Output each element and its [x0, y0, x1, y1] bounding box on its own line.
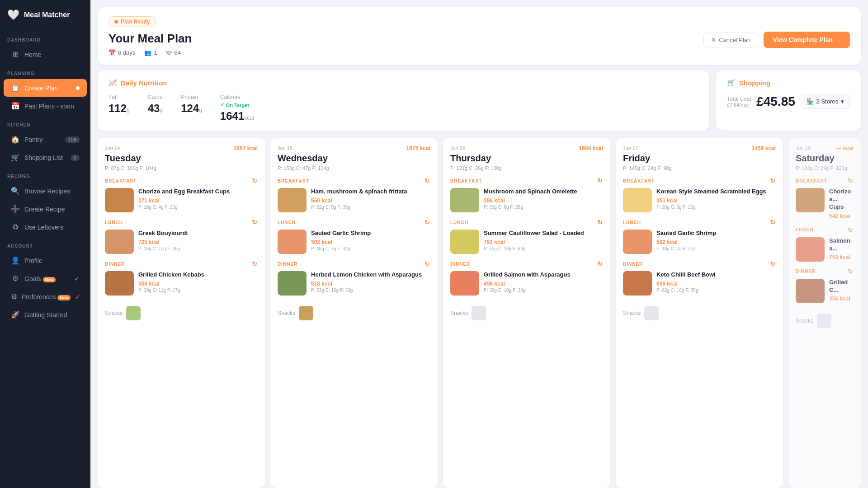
sidebar-item-home[interactable]: ⊞Home	[4, 46, 87, 63]
day-header-3: Jan 171459 kcal	[623, 145, 776, 151]
check-icon: ✓	[74, 275, 80, 282]
home-icon: ⊞	[11, 50, 20, 59]
refresh-icon-2-2[interactable]: ↻	[597, 260, 603, 267]
meal-section-3-0: BREAKFAST↻ Korean Style Steamed Scramble…	[623, 177, 776, 212]
sidebar-item-create-plan[interactable]: 📋Create Plan	[4, 79, 87, 97]
meal-kcal-0-0: 271 kcal	[138, 197, 258, 204]
shopping-title: 🛒 Shopping	[727, 79, 850, 87]
sidebar-section-recipes: RECIPES	[0, 167, 90, 182]
meal-item-0-0[interactable]: Chorizo and Egg Breakfast Cups 271 kcal …	[105, 188, 258, 212]
day-kcal-2: 1684 kcal	[579, 145, 603, 151]
meal-section-3-2: DINNER↻ Keto Chilli Beef Bowl 606 kcal P…	[623, 260, 776, 296]
meal-item-0-1[interactable]: Greek Bouyiourdi 725 kcal P: 26g C: 10g …	[105, 230, 258, 254]
day-card-1: Jan 151675 kcalWednesdayP: 153g C: 47g F…	[270, 138, 438, 488]
refresh-icon-2-1[interactable]: ↻	[597, 219, 603, 226]
logo-area: 🤍 Meal Matcher	[0, 0, 90, 30]
meal-macros-0-0: P: 18g C: 4g F: 20g	[138, 205, 258, 210]
meal-item-1-0[interactable]: Ham, mushroom & spinach frittata 560 kca…	[278, 188, 430, 212]
meal-kcal-4-0: 542 kcal	[829, 213, 854, 219]
snacks-row-4: Snacks	[796, 310, 854, 328]
meal-item-0-2[interactable]: Grilled Chicken Kebabs 356 kcal P: 39g C…	[105, 271, 258, 296]
meal-info-0-0: Chorizo and Egg Breakfast Cups 271 kcal …	[138, 188, 258, 210]
sidebar-item-pantry[interactable]: 🏠Pantry108	[4, 131, 87, 148]
meal-macros-3-1: P: 48g C: 7g F: 32g	[656, 246, 776, 251]
meal-kcal-2-0: 396 kcal	[484, 197, 603, 204]
meal-section-0-1: LUNCH↻ Greek Bouyiourdi 725 kcal P: 26g …	[105, 219, 258, 254]
store-icon: 🏪	[807, 98, 814, 105]
meal-info-1-1: Sauted Garlic Shrimp 502 kcal P: 48g C: …	[311, 230, 430, 251]
view-plan-button[interactable]: View Complete Plan →	[764, 32, 850, 48]
snacks-label-0: Snacks	[105, 310, 123, 316]
refresh-icon-4-2[interactable]: ↻	[848, 268, 854, 275]
meal-item-4-0[interactable]: Chorizo a... Cups 542 kcal	[796, 188, 854, 220]
shopping-body: Total Cost £7.64/day £45.85 🏪 2 Stores ▾	[727, 94, 850, 109]
sidebar-section-account: ACCOUNT	[0, 236, 90, 251]
meta-persons: 👥 1	[144, 49, 157, 56]
meal-thumb-3-0	[623, 188, 652, 212]
refresh-icon-0-1[interactable]: ↻	[252, 219, 258, 226]
refresh-icon-2-0[interactable]: ↻	[597, 177, 603, 184]
sidebar-item-create-recipe[interactable]: ➕Create Recipe	[4, 200, 87, 218]
meal-item-3-2[interactable]: Keto Chilli Beef Bowl 606 kcal P: 62g C:…	[623, 271, 776, 296]
day-card-2: Jan 161684 kcalThursdayP: 121g C: 26g F:…	[443, 138, 610, 488]
meal-item-3-0[interactable]: Korean Style Steamed Scrambled Eggs 351 …	[623, 188, 776, 212]
refresh-icon-0-0[interactable]: ↻	[252, 177, 258, 184]
meal-section-4-0: BREAKFAST↻ Chorizo a... Cups 542 kcal	[796, 177, 854, 220]
refresh-icon-3-1[interactable]: ↻	[770, 219, 776, 226]
stores-button[interactable]: 🏪 2 Stores ▾	[801, 94, 850, 109]
snack-thumb-1	[299, 306, 313, 320]
day-date-3: Jan 17	[623, 145, 638, 150]
sidebar-section-kitchen: KITCHEN	[0, 115, 90, 130]
meal-thumb-4-0	[796, 188, 825, 212]
snacks-row-1: Snacks	[278, 302, 430, 320]
meal-item-3-1[interactable]: Sauted Garlic Shrimp 502 kcal P: 48g C: …	[623, 230, 776, 254]
meal-thumb-2-0	[450, 188, 479, 212]
sidebar-item-browse-recipes[interactable]: 🔍Browse Recipes	[4, 182, 87, 200]
cancel-plan-button[interactable]: ✕ Cancel Plan	[703, 33, 758, 47]
meal-thumb-1-1	[278, 230, 307, 254]
sidebar-item-use-leftovers[interactable]: ♻Use Leftovers	[4, 218, 87, 236]
sidebar-item-goals[interactable]: ⚙GoalsNew✓	[4, 270, 87, 287]
meal-item-4-1[interactable]: Salmon a... 753 kcal	[796, 237, 854, 262]
meal-item-1-2[interactable]: Herbed Lemon Chicken with Asparagus 518 …	[278, 271, 430, 296]
sidebar-item-preferences[interactable]: ⚙PreferencesNew✓	[4, 288, 87, 305]
sidebar-item-label-browse-recipes: Browse Recipes	[24, 188, 70, 195]
refresh-icon-4-0[interactable]: ↻	[848, 177, 854, 184]
meal-item-2-0[interactable]: Mushroom and Spinach Omelette 396 kcal P…	[450, 188, 603, 212]
meal-item-2-2[interactable]: Grilled Salmon with Asparagus 496 kcal P…	[450, 271, 603, 296]
meal-name-2-0: Mushroom and Spinach Omelette	[484, 188, 603, 196]
meal-thumb-4-1	[796, 237, 825, 262]
day-card-0: Jan 141667 kcalTuesdayP: 87g C: 106g F: …	[98, 138, 265, 488]
refresh-icon-1-1[interactable]: ↻	[425, 219, 430, 226]
cancel-label: Cancel Plan	[719, 37, 750, 43]
refresh-icon-0-2[interactable]: ↻	[252, 260, 258, 267]
pantry-icon: 🏠	[11, 135, 20, 144]
meal-section-1-1: LUNCH↻ Sauted Garlic Shrimp 502 kcal P: …	[278, 219, 430, 254]
refresh-icon-4-1[interactable]: ↻	[848, 226, 854, 234]
meal-item-2-1[interactable]: Summer Cauliflower Salad - Loaded 791 kc…	[450, 230, 603, 254]
meal-label-3-2: DINNER↻	[623, 260, 776, 267]
goals-icon: ⚙	[11, 274, 20, 283]
sidebar: 🤍 Meal Matcher DASHBOARD⊞HomePLANNING📋Cr…	[0, 0, 90, 488]
sidebar-item-label-shopping-list: Shopping List	[24, 154, 63, 161]
meal-item-1-1[interactable]: Sauted Garlic Shrimp 502 kcal P: 48g C: …	[278, 230, 430, 254]
meal-info-1-2: Herbed Lemon Chicken with Asparagus 518 …	[311, 271, 430, 293]
day-kcal-0: 1667 kcal	[234, 145, 258, 151]
snacks-label-2: Snacks	[450, 310, 468, 316]
sidebar-item-getting-started[interactable]: 🚀Getting Started	[4, 306, 87, 324]
refresh-icon-1-2[interactable]: ↻	[425, 260, 430, 267]
create-plan-icon: 📋	[11, 84, 20, 92]
refresh-icon-1-0[interactable]: ↻	[425, 177, 430, 184]
meal-kcal-0-2: 356 kcal	[138, 281, 258, 287]
meal-name-0-2: Grilled Chicken Kebabs	[138, 271, 258, 279]
meal-item-4-2[interactable]: Grilled C... 356 kcal	[796, 279, 854, 303]
sidebar-item-past-plans[interactable]: 📅Past Plans - soon	[4, 97, 87, 115]
meal-name-3-1: Sauted Garlic Shrimp	[656, 230, 776, 237]
sidebar-item-shopping-list[interactable]: 🛒Shopping List0	[4, 149, 87, 166]
refresh-icon-3-0[interactable]: ↻	[770, 177, 776, 184]
meal-label-0-2: DINNER↻	[105, 260, 258, 267]
header-meta: 📅 6 days 👥 1 🍽 64	[108, 49, 192, 56]
sidebar-item-label-preferences: PreferencesNew	[22, 293, 71, 300]
refresh-icon-3-2[interactable]: ↻	[770, 260, 776, 267]
sidebar-item-profile[interactable]: 👤Profile	[4, 252, 87, 269]
